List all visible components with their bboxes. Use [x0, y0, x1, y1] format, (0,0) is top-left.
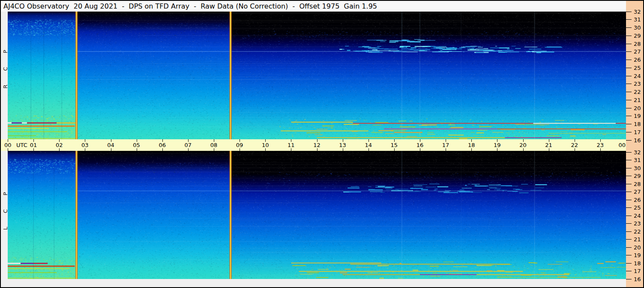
freq-tick-label: 16	[634, 276, 641, 282]
freq-tick: 16	[626, 137, 641, 143]
freq-tick-line	[626, 231, 632, 232]
freq-tick-label: 23	[634, 220, 641, 227]
hour-tick	[497, 148, 497, 151]
freq-tick-line	[626, 44, 632, 44]
utc-unit-label: UTC	[16, 142, 27, 148]
freq-tick: 16	[626, 276, 641, 282]
freq-tick-line	[626, 60, 632, 60]
freq-tick-label: 16	[634, 137, 641, 144]
hour-tick	[111, 148, 111, 151]
freq-tick: 32	[626, 149, 641, 155]
freq-tick-label: 24	[634, 213, 641, 219]
freq-tick: 22	[626, 89, 641, 95]
hour-tick	[549, 148, 549, 151]
hour-tick	[394, 148, 395, 151]
freq-tick-line	[626, 184, 632, 184]
freq-tick: 27	[626, 49, 641, 55]
freq-tick-label: 31	[634, 16, 641, 23]
freq-tick-line	[626, 223, 632, 224]
freq-tick: 32	[626, 9, 641, 15]
freq-tick-label: 29	[634, 173, 641, 179]
freq-tick-label: 24	[634, 73, 641, 79]
freq-tick-label: 32	[634, 149, 641, 156]
hour-tick	[8, 148, 8, 151]
freq-tick-label: 29	[634, 33, 641, 39]
freq-tick-line	[626, 132, 632, 132]
rcp-spectrogram	[8, 12, 626, 139]
freq-tick-line	[626, 160, 632, 160]
freq-tick-line	[626, 12, 632, 12]
freq-tick: 24	[626, 73, 641, 79]
hour-tick	[85, 148, 85, 151]
hour-tick	[162, 148, 163, 151]
freq-tick-line	[626, 255, 632, 255]
freq-tick-label: 25	[634, 65, 641, 71]
hour-label: 08	[210, 142, 218, 148]
freq-tick: 29	[626, 33, 641, 39]
hour-label: 22	[571, 142, 578, 148]
hour-label: 00	[618, 142, 626, 148]
freq-tick-line	[626, 279, 632, 279]
hour-label: 09	[236, 142, 243, 148]
hour-label: 01	[30, 142, 37, 148]
hour-label: 20	[519, 142, 527, 148]
hour-tick	[368, 148, 369, 151]
freq-tick-label: 20	[634, 105, 641, 111]
hour-tick	[214, 148, 214, 151]
freq-tick-line	[626, 271, 632, 271]
freq-tick: 20	[626, 105, 641, 111]
hour-tick	[600, 148, 601, 151]
freq-tick-line	[626, 200, 632, 200]
hour-tick	[446, 148, 446, 151]
hour-tick	[420, 148, 420, 151]
freq-tick: 22	[626, 228, 641, 234]
freq-tick-line	[626, 176, 632, 176]
freq-tick: 30	[626, 25, 641, 31]
freq-tick-line	[626, 207, 632, 208]
bottom-margin	[1, 279, 626, 287]
freq-tick-label: 22	[634, 228, 641, 235]
hour-tick	[343, 148, 343, 151]
hour-label: 00	[4, 142, 12, 148]
hour-tick	[137, 148, 137, 151]
freq-tick: 19	[626, 252, 641, 258]
hour-tick	[33, 148, 34, 151]
freq-tick: 23	[626, 221, 641, 227]
freq-tick-label: 28	[634, 41, 641, 47]
freq-tick-line	[626, 216, 632, 216]
hour-label: 04	[107, 142, 114, 148]
freq-tick-line	[626, 51, 632, 52]
freq-tick-label: 26	[634, 197, 641, 203]
freq-tick-label: 31	[634, 157, 641, 163]
hour-tick	[523, 148, 524, 151]
freq-tick-line	[626, 263, 632, 264]
freq-tick-line	[626, 192, 632, 192]
freq-tick-label: 28	[634, 181, 641, 187]
freq-tick-line	[626, 239, 632, 240]
time-axis: UTC MHz 00010203040506070809101112131415…	[1, 139, 626, 151]
freq-tick-line	[626, 84, 632, 84]
hour-tick	[188, 148, 189, 151]
freq-tick-line	[626, 68, 632, 68]
freq-tick-label: 19	[634, 113, 641, 119]
hour-tick	[265, 148, 266, 151]
freq-tick-line	[626, 116, 632, 116]
hour-tick	[575, 148, 575, 151]
freq-tick: 17	[626, 129, 641, 135]
freq-tick-label: 30	[634, 165, 641, 171]
frequency-axis: 3231302928272625242322212019181716323130…	[626, 1, 643, 287]
freq-tick: 30	[626, 165, 641, 171]
freq-tick-line	[626, 124, 632, 124]
freq-tick-label: 30	[634, 24, 641, 31]
freq-tick-line	[626, 152, 632, 153]
freq-tick-label: 32	[634, 9, 641, 15]
freq-tick-label: 23	[634, 81, 641, 87]
spectrogram-page: AJ4CO Observatory 20 Aug 2021 - DPS on T…	[0, 0, 644, 288]
hour-label: 17	[442, 142, 449, 148]
freq-tick-label: 25	[634, 204, 641, 211]
hour-label: 13	[339, 142, 346, 148]
freq-tick-line	[626, 247, 632, 248]
freq-tick-label: 17	[634, 268, 641, 274]
freq-tick-line	[626, 19, 632, 20]
hour-label: 19	[494, 142, 501, 148]
